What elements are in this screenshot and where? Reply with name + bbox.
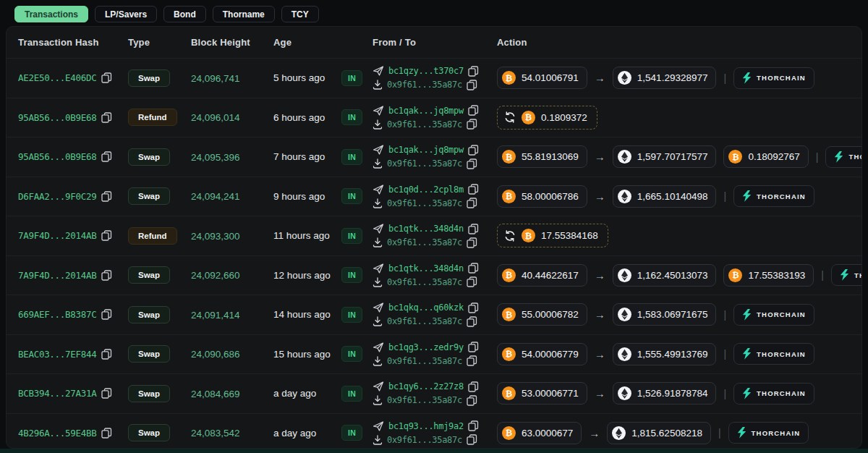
header-age: Age — [273, 37, 341, 48]
copy-icon[interactable] — [468, 420, 479, 431]
refund-amount-pill: ₿17.55384168 — [497, 224, 608, 247]
copy-icon[interactable] — [101, 388, 112, 399]
copy-icon[interactable] — [467, 355, 477, 366]
from-address-link[interactable]: bc1qak...jq8mpw — [388, 145, 464, 155]
to-address-link[interactable]: 0x9f61...35a87c — [387, 198, 462, 208]
to-address-link[interactable]: 0x9f61...35a87c — [387, 237, 462, 247]
thorchain-affiliate-chip: THORCHAIN — [733, 343, 814, 365]
copy-icon[interactable] — [468, 302, 479, 313]
btc-amount-pill: ₿17.55383193 — [723, 264, 814, 287]
to-address-link[interactable]: 0x9f61...35a87c — [387, 395, 462, 405]
block-height-link[interactable]: 24,095,396 — [191, 152, 240, 163]
copy-icon[interactable] — [468, 224, 479, 234]
tab-thorname[interactable]: Thorname — [213, 6, 275, 22]
tx-hash-link[interactable]: 4B296A...59E4BB — [18, 428, 96, 439]
table-header: Transaction Hash Type Block Height Age F… — [7, 27, 861, 58]
from-address-link[interactable]: bc1qkq...q60kzk — [388, 302, 464, 313]
to-address-link[interactable]: 0x9f61...35a87c — [387, 277, 462, 287]
copy-icon[interactable] — [468, 342, 479, 352]
tab-bond[interactable]: Bond — [163, 6, 206, 22]
copy-icon[interactable] — [101, 72, 112, 83]
copy-icon[interactable] — [101, 428, 112, 439]
from-address-link[interactable]: bc1q93...hmj9a2 — [388, 421, 464, 431]
thorchain-bolt-icon — [742, 309, 752, 321]
from-address-link[interactable]: bc1qzy...t370c7 — [388, 66, 464, 76]
copy-icon[interactable] — [467, 158, 477, 169]
from-address-link[interactable]: bc1qy6...2z27z8 — [388, 381, 464, 391]
tx-hash-link[interactable]: 669AEF...B8387C — [18, 309, 96, 320]
table-row: 95AB56...0B9E68 Refund 24,096,014 6 hour… — [7, 98, 861, 137]
copy-icon[interactable] — [467, 237, 477, 248]
tab-lp-savers[interactable]: LP/Savers — [95, 6, 157, 22]
tx-hash-link[interactable]: 7A9F4D...2014AB — [18, 230, 96, 241]
eth-icon — [618, 71, 631, 85]
copy-icon[interactable] — [467, 434, 477, 445]
table-row: D6FAA2...9F0C29 Swap 24,094,241 9 hours … — [7, 177, 861, 216]
tx-hash-link[interactable]: AE2E50...E406DC — [18, 72, 96, 83]
copy-icon[interactable] — [101, 309, 112, 320]
from-address-link[interactable]: bc1q0d...2cpl8m — [388, 185, 464, 195]
copy-icon[interactable] — [101, 191, 112, 202]
to-address-link[interactable]: 0x9f61...35a87c — [387, 80, 462, 90]
copy-icon[interactable] — [467, 276, 477, 287]
to-address-link[interactable]: 0x9f61...35a87c — [387, 119, 462, 130]
from-address-link[interactable]: bc1qtk...348d4n — [388, 263, 464, 274]
copy-icon[interactable] — [467, 198, 477, 208]
tx-hash-link[interactable]: 95AB56...0B9E68 — [18, 112, 96, 123]
copy-icon[interactable] — [468, 184, 479, 195]
amount-text: 1,597.70717577 — [637, 151, 708, 162]
block-height-link[interactable]: 24,096,741 — [191, 73, 240, 84]
copy-icon[interactable] — [468, 105, 479, 116]
from-address-link[interactable]: bc1qg3...zedr9y — [388, 342, 464, 352]
from-address-link[interactable]: bc1qak...jq8mpw — [388, 106, 464, 116]
copy-icon[interactable] — [467, 395, 477, 406]
arrow-right-icon: → — [595, 348, 605, 360]
amount-text: 40.44622617 — [522, 270, 579, 281]
btc-icon: ₿ — [502, 386, 516, 400]
btc-amount-pill: ₿40.44622617 — [497, 264, 587, 287]
copy-icon[interactable] — [101, 112, 112, 123]
tab-tcy[interactable]: TCY — [281, 6, 319, 22]
block-height-link[interactable]: 24,092,660 — [191, 270, 240, 281]
copy-icon[interactable] — [467, 316, 477, 327]
download-icon — [373, 80, 383, 90]
copy-icon[interactable] — [468, 381, 479, 392]
to-address-link[interactable]: 0x9f61...35a87c — [387, 158, 462, 169]
table-row: BEAC03...7EF844 Swap 24,090,686 15 hours… — [7, 334, 861, 374]
to-address-link[interactable]: 0x9f61...35a87c — [387, 356, 462, 366]
from-address-link[interactable]: bc1qtk...348d4n — [388, 224, 464, 234]
copy-icon[interactable] — [467, 119, 477, 130]
to-address-link[interactable]: 0x9f61...35a87c — [387, 316, 462, 326]
tx-hash-link[interactable]: BCB394...27A31A — [18, 388, 96, 399]
tx-hash-link[interactable]: BEAC03...7EF844 — [18, 349, 96, 360]
copy-icon[interactable] — [468, 263, 479, 274]
thorchain-label: THORCHAIN — [757, 74, 806, 82]
copy-icon[interactable] — [101, 270, 112, 281]
block-height-link[interactable]: 24,083,542 — [191, 428, 240, 439]
table-row: BCB394...27A31A Swap 24,084,669 a day ag… — [7, 373, 861, 413]
block-height-link[interactable]: 24,094,241 — [191, 191, 240, 202]
copy-icon[interactable] — [101, 349, 112, 360]
copy-icon[interactable] — [467, 80, 477, 90]
btc-amount-pill: ₿54.01006791 — [497, 67, 587, 89]
block-height-link[interactable]: 24,084,669 — [191, 389, 240, 399]
action-cell: ₿55.81913069→1,597.70717577₿0.18092767|T… — [497, 145, 862, 168]
tab-transactions[interactable]: Transactions — [14, 6, 88, 22]
tx-hash-link[interactable]: 7A9F4D...2014AB — [18, 270, 96, 281]
block-height-link[interactable]: 24,093,300 — [191, 231, 240, 242]
block-height-link[interactable]: 24,091,414 — [191, 310, 240, 321]
copy-icon[interactable] — [101, 230, 112, 241]
download-icon — [373, 119, 383, 130]
to-address-link[interactable]: 0x9f61...35a87c — [387, 435, 462, 445]
tx-hash-link[interactable]: 95AB56...0B9E68 — [18, 151, 96, 162]
download-icon — [373, 277, 383, 287]
copy-icon[interactable] — [468, 66, 479, 77]
arrow-right-icon: → — [595, 308, 605, 321]
direction-badge: IN — [341, 188, 362, 204]
amount-text: 55.81913069 — [522, 151, 579, 162]
copy-icon[interactable] — [468, 145, 479, 156]
block-height-link[interactable]: 24,090,686 — [191, 349, 240, 360]
copy-icon[interactable] — [101, 151, 112, 162]
block-height-link[interactable]: 24,096,014 — [191, 112, 240, 123]
tx-hash-link[interactable]: D6FAA2...9F0C29 — [18, 191, 96, 202]
